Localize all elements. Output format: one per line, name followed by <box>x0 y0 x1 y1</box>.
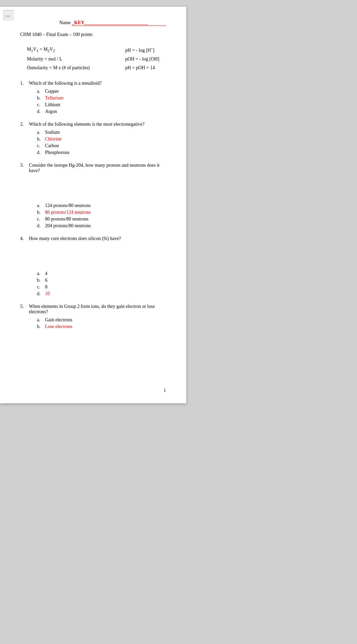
answer-5b: b. Lose electrons <box>37 324 166 329</box>
question-2-text: 2. Which of the following elements is th… <box>20 122 166 127</box>
question-1-text: 1. Which of the following is a metalloid… <box>20 81 166 86</box>
answer-5a: a. Gain electrons <box>37 317 166 323</box>
svg-text:img: img <box>5 14 10 18</box>
question-5-text: 5. When elements in Group 2 form ions, d… <box>20 304 166 315</box>
answer-1a: a. Copper <box>37 89 166 94</box>
answer-3c: c. 80 protons/80 neutrons <box>37 216 166 222</box>
question-1: 1. Which of the following is a metalloid… <box>20 81 166 114</box>
answer-4b: b. 6 <box>37 278 166 283</box>
question-3-text: 3. Consider the isotope Hg-204, how many… <box>20 163 166 173</box>
question-4-spacer <box>20 244 166 271</box>
exam-page: img Name _KEY___________________________… <box>0 7 186 403</box>
name-key-text: _KEY <box>72 20 84 25</box>
answer-4c: c. 8 <box>37 284 166 290</box>
question-2-body: Which of the following elements is the m… <box>29 122 145 127</box>
question-1-number: 1. <box>20 81 27 86</box>
question-1-body: Which of the following is a metalloid? <box>29 81 102 86</box>
question-4-number: 4. <box>20 236 27 241</box>
answer-3d: d. 204 protons/80 neutrons <box>37 223 166 229</box>
answer-2a: a. Sodium <box>37 130 166 135</box>
question-4-body: How many core electrons does silicon (Si… <box>29 236 121 241</box>
question-2: 2. Which of the following elements is th… <box>20 122 166 155</box>
answer-1d: d. Argon <box>37 109 166 114</box>
formulas-right: pH = - log [H+] pOH = - log [OH] pH + pO… <box>125 47 159 71</box>
formula-ph: pH = - log [H+] <box>125 47 159 53</box>
question-3-answers: a. 124 protons/80 neutrons b. 80 protons… <box>37 203 166 229</box>
name-line: Name _KEY___________________________ <box>20 20 166 26</box>
question-4: 4. How many core electrons does silicon … <box>20 236 166 296</box>
answer-4a: a. 4 <box>37 271 166 276</box>
question-4-text: 4. How many core electrons does silicon … <box>20 236 166 241</box>
formula-molarity: Molarity = mol / L <box>27 56 90 62</box>
question-5-answers: a. Gain electrons b. Lose electrons <box>37 317 166 329</box>
question-3-spacer <box>20 176 166 203</box>
answer-3b: b. 80 protons/124 neutrons <box>37 210 166 215</box>
question-3-body: Consider the isotope Hg-204, how many pr… <box>29 163 166 173</box>
name-underline: ___________________________ <box>84 20 148 25</box>
answer-2b: b. Chlorine <box>37 136 166 142</box>
question-1-answers: a. Copper b. Tellurium c. Lithium d. Arg… <box>37 89 166 114</box>
answer-1b: b. Tellurium <box>37 95 166 101</box>
question-2-number: 2. <box>20 122 27 127</box>
question-2-answers: a. Sodium b. Chlorine c. Carbon d. Phosp… <box>37 130 166 155</box>
answer-4d: d. 10 <box>37 291 166 296</box>
formulas-section: M1V1 = M2V2 Molarity = mol / L Osmolarit… <box>20 47 166 71</box>
formula-m1v1: M1V1 = M2V2 <box>27 47 90 53</box>
formulas-left: M1V1 = M2V2 Molarity = mol / L Osmolarit… <box>27 47 90 71</box>
question-3-number: 3. <box>20 163 27 173</box>
page-number: 1 <box>164 388 166 393</box>
name-value: _KEY___________________________ <box>72 20 166 26</box>
formula-poh: pOH = - log [OH] <box>125 56 159 62</box>
answer-3a: a. 124 protons/80 neutrons <box>37 203 166 208</box>
answer-1c: c. Lithium <box>37 102 166 108</box>
formula-osmolarity: Osmolarity = M x (# of particles) <box>27 65 90 71</box>
answer-2d: d. Phosphorous <box>37 150 166 155</box>
exam-title: CHM 1040 – Final Exam – 100 points <box>20 32 166 37</box>
question-3: 3. Consider the isotope Hg-204, how many… <box>20 163 166 229</box>
formula-ph-poh: pH + pOH = 14 <box>125 65 159 71</box>
answer-2c: c. Carbon <box>37 143 166 149</box>
question-5-body: When elements in Group 2 form ions, do t… <box>29 304 166 315</box>
name-label: Name <box>59 20 70 26</box>
question-5: 5. When elements in Group 2 form ions, d… <box>20 304 166 329</box>
question-5-number: 5. <box>20 304 27 315</box>
question-4-answers: a. 4 b. 6 c. 8 d. 10 <box>37 271 166 296</box>
questions-section: 1. Which of the following is a metalloid… <box>20 81 166 329</box>
logo-icon: img <box>3 10 13 20</box>
